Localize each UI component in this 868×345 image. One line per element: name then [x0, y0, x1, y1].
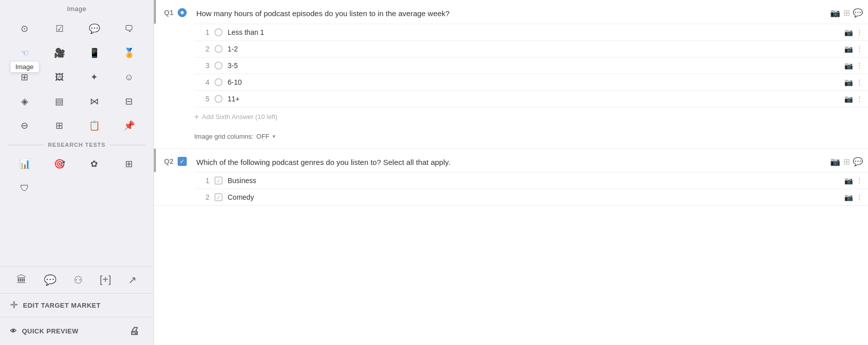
research-tests-divider: RESEARCH TESTS	[0, 139, 153, 151]
video-camera-icon[interactable]: 🎥	[43, 42, 76, 64]
speech-lines-icon[interactable]: 🗨	[113, 18, 145, 40]
ans-camera-icon[interactable]: 📷	[844, 193, 853, 201]
crosshair-icon: ✛	[10, 300, 18, 311]
ans-actions: 📷 ⋮	[844, 62, 863, 70]
q1-text: How many hours of podcast episodes do yo…	[196, 8, 825, 20]
ans-actions: 📷 ⋮	[844, 78, 863, 86]
eye-icon: 👁	[10, 327, 17, 335]
ans-text: 1-2	[228, 45, 839, 53]
quick-preview-label: QUICK PREVIEW	[22, 327, 79, 335]
grid-plus-icon[interactable]: ⊞	[43, 114, 76, 137]
ans-camera-icon[interactable]: 📷	[844, 78, 853, 86]
q1-grid-icon[interactable]: ⊞	[843, 8, 850, 18]
award-icon[interactable]: 🏅	[113, 42, 145, 64]
ans-radio-icon	[214, 78, 223, 86]
ans-camera-icon[interactable]: 📷	[844, 45, 853, 53]
bottom-icons-row: 🏛 💬 ⚇ [+] ↗	[0, 267, 153, 293]
table-icon[interactable]: ⊞	[113, 153, 145, 175]
ans-dots-icon[interactable]: ⋮	[856, 177, 863, 185]
smiley-icon[interactable]: ☺	[113, 66, 145, 88]
ans-actions: 📷 ⋮	[844, 193, 863, 201]
image-frame-icon[interactable]: 🖼	[43, 66, 76, 88]
radio-icon[interactable]: ⊙	[8, 18, 41, 40]
icon-grid: ⊙ ☑ 💬 🗨 ☜ Image 🎥 📱 🏅 ⊞ 🖼 ✦ ☺ ◈ ▤ ⋈ ⊟ ⊖ …	[0, 16, 153, 139]
ans-camera-icon[interactable]: 📷	[844, 95, 853, 103]
hand-icon[interactable]: ☜ Image	[8, 42, 41, 64]
ans-text: 11+	[228, 95, 839, 103]
q2-camera-icon[interactable]: 📷	[830, 157, 840, 166]
q1-label: Q1	[164, 9, 174, 17]
q1-type-radio-icon	[178, 8, 187, 17]
pin-icon[interactable]: 📌	[113, 114, 145, 137]
speech-dots-icon[interactable]: 💬	[78, 18, 111, 40]
image-grid-label: Image grid columns:	[194, 133, 253, 140]
q2-actions: 📷 ⊞ 💬	[825, 157, 868, 166]
ans-num: 5	[194, 95, 209, 103]
q1-answers-list: 1 Less than 1 📷 ⋮ 2 1-2 📷 ⋮ 3	[154, 24, 868, 148]
ans-camera-icon[interactable]: 📷	[844, 28, 853, 36]
ans-radio-icon	[214, 45, 223, 53]
add-answer-row[interactable]: + Add Sixth Answer (10 left)	[194, 107, 868, 127]
quick-preview-button[interactable]: 👁 QUICK PREVIEW 🖨	[0, 317, 153, 345]
ans-dots-icon[interactable]: ⋮	[856, 78, 863, 86]
edit-target-market-button[interactable]: ✛ EDIT TARGET MARKET	[0, 293, 153, 317]
target-icon[interactable]: 🎯	[43, 153, 76, 175]
ans-dots-icon[interactable]: ⋮	[856, 193, 863, 201]
ans-dots-icon[interactable]: ⋮	[856, 62, 863, 70]
mobile-icon[interactable]: 📱	[78, 42, 111, 64]
q2-type-checkbox-icon: ✓	[178, 157, 187, 166]
ans-camera-icon[interactable]: 📷	[844, 62, 853, 70]
flower-icon[interactable]: ✿	[78, 153, 111, 175]
q1-answer-5: 5 11+ 📷 ⋮	[194, 90, 868, 107]
ans-dots-icon[interactable]: ⋮	[856, 28, 863, 36]
usb-icon[interactable]: ⚇	[70, 272, 87, 288]
q1-answer-2: 2 1-2 📷 ⋮	[194, 40, 868, 57]
ans-text: Less than 1	[228, 28, 839, 36]
subtract-circle-icon[interactable]: ⊖	[8, 114, 41, 137]
q1-camera-icon[interactable]: 📷	[830, 8, 840, 18]
q2-label: Q2	[164, 157, 174, 165]
ans-radio-icon	[214, 62, 223, 70]
ans-radio-icon	[214, 95, 223, 103]
q1-number-area: Q1	[156, 8, 196, 17]
question-block-q2: Q2 ✓ Which of the following podcast genr…	[154, 149, 868, 206]
research-icon-grid: 📊 🎯 ✿ ⊞ 🛡	[0, 151, 153, 201]
ans-num: 4	[194, 78, 209, 86]
q2-grid-icon[interactable]: ⊞	[843, 157, 850, 166]
bottom-bar: 🏛 💬 ⚇ [+] ↗ ✛ EDIT TARGET MARKET 👁 QUICK…	[0, 266, 153, 345]
ans-dots-icon[interactable]: ⋮	[856, 45, 863, 53]
diamond-icon[interactable]: ◈	[8, 90, 41, 112]
share-icon[interactable]: ↗	[124, 272, 141, 288]
q2-answer-1: 1 ✓ Business 📷 ⋮	[194, 172, 868, 189]
bowtie-icon[interactable]: ⋈	[78, 90, 111, 112]
question-block-q1: Q1 How many hours of podcast episodes do…	[154, 0, 868, 149]
q1-speech-icon[interactable]: 💬	[853, 8, 863, 18]
sidebar: Image ⊙ ☑ 💬 🗨 ☜ Image 🎥 📱 🏅 ⊞ 🖼 ✦ ☺ ◈ ▤ …	[0, 0, 154, 345]
ans-dots-icon[interactable]: ⋮	[856, 95, 863, 103]
tooltip: Image	[10, 61, 39, 73]
list-icon[interactable]: ▤	[43, 90, 76, 112]
strikethrough-icon[interactable]: ⊟	[113, 90, 145, 112]
ans-camera-icon[interactable]: 📷	[844, 177, 853, 185]
main-content: Q1 How many hours of podcast episodes do…	[154, 0, 868, 345]
ans-text: 3-5	[228, 62, 839, 70]
clipboard-icon[interactable]: 📋	[78, 114, 111, 137]
bank-icon[interactable]: 🏛	[13, 272, 31, 288]
star-icon[interactable]: ✦	[78, 66, 111, 88]
ans-checkbox-icon: ✓	[214, 193, 223, 201]
q2-number-area: Q2 ✓	[156, 157, 196, 166]
sidebar-title: Image	[0, 0, 153, 16]
ans-actions: 📷 ⋮	[844, 28, 863, 36]
ans-checkbox-icon: ✓	[214, 177, 223, 185]
question-header-q2: Q2 ✓ Which of the following podcast genr…	[154, 149, 868, 172]
checkbox-icon[interactable]: ☑	[43, 18, 76, 40]
bar-chart-icon[interactable]: 📊	[8, 153, 41, 175]
dropdown-arrow-icon[interactable]: ▾	[273, 133, 276, 140]
shield-icon[interactable]: 🛡	[8, 177, 41, 199]
q2-speech-icon[interactable]: 💬	[853, 157, 863, 166]
ans-num: 1	[194, 177, 209, 185]
bracket-plus-icon[interactable]: [+]	[95, 272, 115, 288]
ans-text: Business	[228, 177, 839, 185]
chat-bubbles-icon[interactable]: 💬	[40, 272, 61, 288]
print-icon[interactable]: 🖨	[125, 323, 144, 339]
